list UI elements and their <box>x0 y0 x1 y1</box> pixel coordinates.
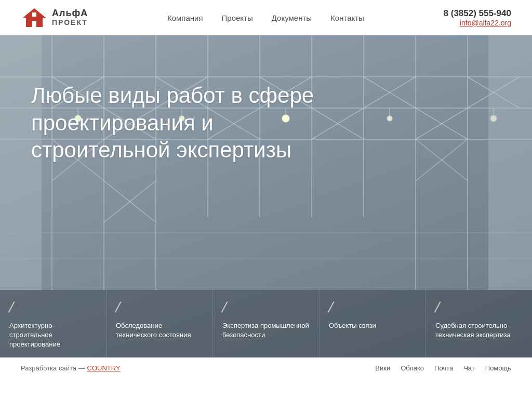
svg-rect-50 <box>488 35 532 290</box>
footer-link-help[interactable]: Помощь <box>485 364 511 372</box>
nav-company[interactable]: Компания <box>167 14 203 22</box>
footer-country-link[interactable]: COUNTRY <box>87 364 121 372</box>
service-label-0: Архитектурно-строительное проектирование <box>9 321 97 350</box>
header: АльфА ПроекТ Компания Проекты Документы … <box>0 0 532 35</box>
footer-right: Вики Облако Почта Чат Помощь <box>375 364 511 372</box>
nav-contacts[interactable]: Контакты <box>330 14 364 22</box>
service-label-2: Экспертиза промышленной безопасности <box>222 321 310 340</box>
footer-link-cloud[interactable]: Облако <box>401 364 424 372</box>
footer-link-chat[interactable]: Чат <box>463 364 475 372</box>
logo[interactable]: АльфА ПроекТ <box>21 6 88 29</box>
hero-section: Любые виды работ в сфере проектирования … <box>0 35 532 357</box>
contact-info: 8 (3852) 555-940 info@alfa22.org <box>444 8 511 27</box>
service-slash-3: / <box>327 300 418 315</box>
logo-text: АльфА ПроекТ <box>52 8 88 26</box>
nav-documents[interactable]: Документы <box>272 14 312 22</box>
svg-point-42 <box>387 116 392 121</box>
service-item-expertise[interactable]: / Экспертиза промышленной безопасности <box>213 290 320 357</box>
service-item-architecture[interactable]: / Архитектурно-строительное проектирован… <box>0 290 107 357</box>
footer: Разработка сайта — COUNTRY Вики Облако П… <box>0 357 532 378</box>
service-item-judicial[interactable]: / Судебная строительно-техническая экспе… <box>426 290 532 357</box>
service-slash-4: / <box>433 300 525 315</box>
footer-dev-text: Разработка сайта — <box>21 364 85 372</box>
logo-icon <box>21 6 48 29</box>
footer-link-wiki[interactable]: Вики <box>375 364 390 372</box>
service-label-3: Объекты связи <box>329 321 416 330</box>
footer-left: Разработка сайта — COUNTRY <box>21 364 121 372</box>
service-slash-1: / <box>114 300 205 315</box>
contact-phone: 8 (3852) 555-940 <box>444 8 511 19</box>
nav-projects[interactable]: Проекты <box>222 14 253 22</box>
service-item-inspection[interactable]: / Обследование технического состояния <box>107 290 213 357</box>
service-label-4: Судебная строительно-техническая эксперт… <box>435 321 523 340</box>
logo-alpha: АльфА <box>52 8 88 19</box>
service-label-1: Обследование технического состояния <box>116 321 203 340</box>
svg-rect-2 <box>32 12 36 17</box>
contact-email[interactable]: info@alfa22.org <box>444 19 511 27</box>
main-nav: Компания Проекты Документы Контакты <box>167 14 364 22</box>
service-slash-2: / <box>220 300 312 315</box>
logo-project: ПроекТ <box>52 19 88 26</box>
hero-content: Любые виды работ в сфере проектирования … <box>31 82 343 164</box>
service-slash-0: / <box>7 300 99 315</box>
service-item-telecom[interactable]: / Объекты связи <box>320 290 426 357</box>
footer-link-mail[interactable]: Почта <box>434 364 453 372</box>
services-strip: / Архитектурно-строительное проектирован… <box>0 290 532 357</box>
hero-title: Любые виды работ в сфере проектирования … <box>31 82 343 164</box>
svg-marker-0 <box>23 8 46 27</box>
